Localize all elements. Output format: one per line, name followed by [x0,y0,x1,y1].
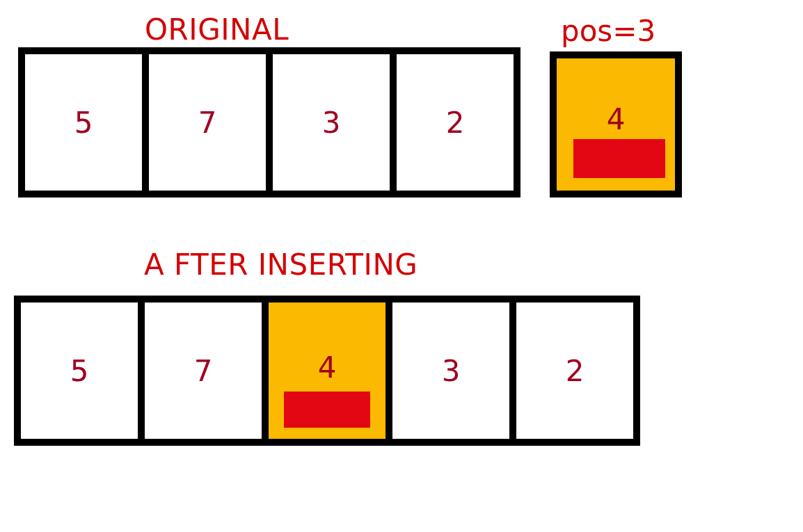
accent-block-icon [573,139,665,178]
accent-block-icon [284,392,370,428]
array-original-cell-0: 5 [25,54,142,191]
cell-value: 5 [70,354,89,388]
insert-element-box: 4 [550,51,682,198]
array-original-cell-2: 3 [273,54,390,191]
cell-value: 7 [194,354,213,388]
array-after-cell-0: 5 [21,303,138,439]
array-after-cell-4: 2 [516,303,633,439]
cell-value: 3 [442,354,461,388]
label-pos: pos=3 [561,14,655,48]
array-original-cell-3: 2 [397,54,514,191]
cell-value: 4 [318,350,337,385]
array-after-cell-3: 3 [392,303,509,439]
title-after: A FTER INSERTING [144,248,418,282]
cell-value: 3 [322,106,341,140]
diagram-stage: ORIGINAL pos=3 5 7 3 2 4 A FTER INSERTIN… [0,0,803,532]
array-after-cell-1: 7 [145,303,262,439]
cell-value: 5 [74,106,93,140]
cell-value: 2 [566,354,585,388]
insert-element-value: 4 [607,102,626,136]
cell-value: 7 [198,106,217,140]
title-original: ORIGINAL [145,13,289,47]
array-original-cell-1: 7 [149,54,266,191]
array-after: 5 7 4 3 2 [14,296,640,446]
cell-value: 2 [446,106,465,140]
array-after-cell-2-highlight: 4 [269,303,385,439]
array-original: 5 7 3 2 [18,47,520,198]
